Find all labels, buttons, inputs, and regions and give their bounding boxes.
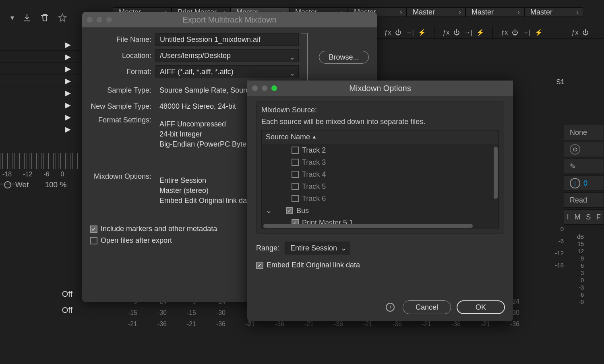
bolt-icon[interactable]: ⚡ [418, 29, 426, 36]
expand-arrow-icon[interactable]: ▶ [65, 113, 71, 122]
none-row[interactable]: None [564, 125, 604, 140]
row-off[interactable]: Off [0, 302, 81, 318]
fx-icon[interactable]: ƒx [572, 29, 579, 36]
minimize-window-icon[interactable] [97, 17, 102, 23]
source-item-track2[interactable]: Track 2 [262, 144, 499, 156]
chevron-down-icon[interactable]: ⌄ [289, 53, 295, 62]
bolt-icon[interactable]: ⚡ [535, 29, 543, 36]
sample-type-label: Sample Type: [90, 86, 155, 95]
embed-link-label: Embed Edit Original link data [267, 261, 360, 269]
send-icon[interactable]: →| [464, 29, 472, 36]
mixdown-source-panel: Mixdown Source: Each source will be mixe… [256, 101, 504, 234]
power-icon[interactable]: ⏻ [453, 29, 460, 36]
range-select[interactable]: Entire Session ⌄ [285, 242, 350, 254]
mixdown-options-dialog: Mixdown Options Mixdown Source: Each sou… [247, 81, 513, 321]
source-item-track5[interactable]: Track 5 [262, 180, 499, 192]
browse-button[interactable]: Browse... [319, 51, 369, 64]
dialog-title: Mixdown Options [247, 84, 513, 93]
source-item-track6[interactable]: Track 6 [262, 192, 499, 205]
location-label: Location: [90, 52, 155, 60]
pan-knob[interactable]: | 0 [564, 176, 604, 191]
file-name-label: File Name: [90, 35, 155, 44]
send-icon[interactable]: →| [405, 29, 414, 36]
maximize-window-icon[interactable] [106, 17, 112, 23]
close-window-icon[interactable] [252, 85, 258, 91]
expand-arrow-icon[interactable]: ▶ [65, 125, 71, 134]
chevron-down-icon: ⌄ [265, 206, 272, 215]
far-right-panel: None ⏻ ✎ | 0 Read I M S F [564, 125, 604, 226]
dialog-titlebar[interactable]: Mixdown Options [247, 81, 513, 96]
source-item-track4[interactable]: Track 4 [262, 168, 499, 180]
send-icon[interactable]: →| [522, 29, 530, 36]
open-after-label: Open files after export [101, 236, 172, 245]
th-7[interactable]: Master› [524, 7, 583, 17]
maximize-window-icon[interactable] [271, 85, 277, 91]
fx-icon[interactable]: ƒx [384, 29, 391, 36]
power-icon[interactable]: ⏻ [395, 29, 401, 36]
expand-arrow-icon[interactable]: ▶ [65, 77, 71, 85]
expand-arrow-icon[interactable]: ▶ [65, 52, 71, 61]
left-arrow-rows: ▶ ▶ ▶ ▶ ▶ ▶ ▶ ▶ [0, 39, 81, 135]
h-scrollbar[interactable] [263, 224, 473, 228]
db-fader-scale: dB 15 12 9 6 3 0 -3 -6 -9 [568, 234, 584, 306]
power-button[interactable]: ⏻ [564, 142, 604, 157]
source-name-header[interactable]: Source Name▲ [262, 130, 499, 144]
source-item-bus-group[interactable]: ⌄ ✓ Bus [262, 205, 499, 217]
expand-arrow-icon[interactable]: ▶ [65, 64, 71, 73]
th-5[interactable]: Master› [407, 7, 465, 17]
s1-label: S1 [556, 78, 565, 86]
dialog-title: Export Multitrack Mixdown [82, 15, 377, 25]
mixdown-options-label: Mixdown Options: [90, 172, 155, 181]
imsf-row: I M S F [564, 209, 604, 225]
bolt-icon[interactable]: ⚡ [476, 29, 484, 36]
ok-button[interactable]: OK [457, 300, 505, 314]
fx-icon[interactable]: ƒx [443, 29, 449, 36]
v-scrollbar[interactable] [494, 147, 498, 199]
th-6[interactable]: Master› [465, 7, 524, 17]
slider-track [0, 184, 23, 184]
format-label: Format: [90, 68, 155, 76]
fx-icon[interactable]: ƒx [501, 29, 508, 36]
slider-knob[interactable] [4, 181, 11, 188]
wet-value: 100 % [45, 180, 66, 189]
read-mode[interactable]: Read [564, 192, 604, 208]
close-window-icon[interactable] [87, 17, 93, 23]
dropdown-caret-icon[interactable]: ▾ [10, 13, 14, 22]
download-icon[interactable] [22, 13, 32, 23]
bracket-icon [301, 33, 308, 81]
source-list: Source Name▲ Track 2 Track 3 Track 4 Tra… [261, 130, 499, 229]
power-icon[interactable]: ⏻ [582, 29, 589, 36]
off-rows: Off Off [0, 286, 81, 318]
location-field[interactable]: /Users/lemsp/Desktop ⌄ [155, 49, 299, 62]
include-markers-label: Include markers and other metadata [101, 225, 217, 233]
db-ruler: -18 -12 -6 0 [0, 153, 81, 177]
source-item-pmstereo[interactable]: ✓Print Master Stereo [262, 229, 499, 229]
range-label: Range: [256, 244, 279, 252]
wet-label: Wet [15, 180, 29, 189]
new-sample-label: New Sample Type: [90, 102, 155, 111]
trash-icon[interactable] [40, 13, 50, 23]
star-icon[interactable] [58, 13, 67, 23]
sort-arrow-icon: ▲ [312, 134, 317, 140]
mixdown-source-desc: Each source will be mixed down into sepa… [261, 118, 499, 126]
dialog-titlebar[interactable]: Export Multitrack Mixdown [82, 12, 377, 27]
row-off[interactable]: Off [0, 286, 81, 302]
expand-arrow-icon[interactable]: ▶ [65, 40, 71, 49]
format-field[interactable]: AIFF (*.aif, *.aiff, *.aifc) ⌄ [155, 65, 299, 78]
embed-link-checkbox[interactable]: ✓ Embed Edit Original link data [256, 261, 504, 269]
power-icon[interactable]: ⏻ [512, 29, 518, 36]
file-name-field[interactable]: Untitled Session 1_mixdown.aif [155, 33, 299, 46]
format-settings-label: Format Settings: [90, 116, 155, 124]
wet-slider[interactable]: Wet 100 % [4, 180, 66, 189]
cancel-button[interactable]: Cancel [403, 300, 451, 314]
info-icon[interactable]: i [386, 303, 395, 312]
minimize-window-icon[interactable] [262, 85, 267, 91]
edit-button[interactable]: ✎ [564, 159, 604, 174]
chevron-down-icon[interactable]: ⌄ [289, 69, 295, 78]
chevron-down-icon[interactable]: ⌄ [341, 244, 347, 252]
meter-right-scale: 0 -6 -12 -18 [548, 225, 564, 274]
mixdown-source-heading: Mixdown Source: [261, 106, 499, 114]
source-item-track3[interactable]: Track 3 [262, 156, 499, 168]
expand-arrow-icon[interactable]: ▶ [65, 89, 71, 97]
expand-arrow-icon[interactable]: ▶ [65, 101, 71, 110]
